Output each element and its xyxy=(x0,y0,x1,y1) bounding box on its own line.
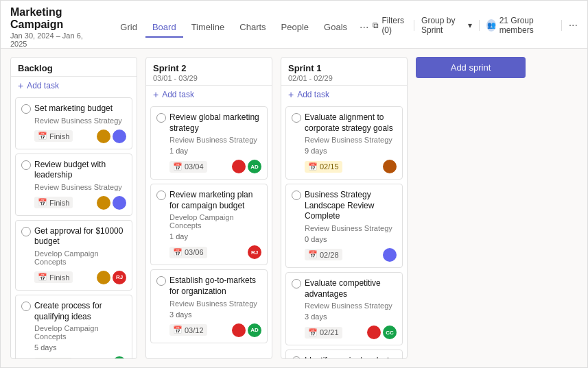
plus-icon: + xyxy=(18,80,23,91)
card-status-circle xyxy=(21,227,31,236)
column-sprint2: Sprint 2 03/01 - 03/29 + Add task Review… xyxy=(145,57,272,359)
card-review-global-strategy[interactable]: Review global marketing strategy Review … xyxy=(150,106,268,180)
avatar2: RJ xyxy=(113,271,126,284)
card-footer: 📅 Finish xyxy=(21,130,126,143)
date-badge: 📅 03/06 xyxy=(169,247,207,258)
card-status-circle xyxy=(21,302,31,311)
plus-icon: + xyxy=(153,89,158,100)
avatar: RJ xyxy=(248,245,261,259)
nav-more-icon[interactable]: ··· xyxy=(355,17,373,38)
calendar-icon: 📅 xyxy=(173,162,183,171)
card-title: Business Strategy Landscape Review Compl… xyxy=(305,190,397,222)
card-meta: 0 days xyxy=(292,235,397,243)
avatar-initials: CC xyxy=(386,330,394,336)
card-status-circle xyxy=(292,279,301,289)
tab-timeline[interactable]: Timeline xyxy=(185,18,232,38)
sprint1-cards: Evaluate alignment to corporate strategy… xyxy=(281,103,407,358)
sprint1-add-task-button[interactable]: + Add task xyxy=(281,85,407,103)
card-business-strategy-landscape[interactable]: Business Strategy Landscape Review Compl… xyxy=(285,184,403,268)
card-subtitle: Develop Campaign Concepts xyxy=(156,213,261,230)
header-more-icon[interactable]: ··· xyxy=(569,19,578,32)
divider3 xyxy=(561,20,562,31)
card-title-row: Business Strategy Landscape Review Compl… xyxy=(292,190,397,222)
backlog-add-task-button[interactable]: + Add task xyxy=(11,76,137,95)
sprint2-add-task-label: Add task xyxy=(162,90,194,99)
card-evaluate-competitive[interactable]: Evaluate competitive advantages Review B… xyxy=(285,272,403,345)
column-sprint2-header: Sprint 2 03/01 - 03/29 xyxy=(146,58,272,85)
card-subtitle: Review Business Strategy xyxy=(21,183,126,191)
members-button[interactable]: 👥 21 Group members xyxy=(486,16,554,35)
members-label: 21 Group members xyxy=(499,16,554,35)
column-backlog-title: Backlog xyxy=(18,63,130,73)
date-badge: 📅 03/04 xyxy=(169,161,207,173)
card-subtitle: Review Business Strategy xyxy=(292,224,397,232)
filters-button[interactable]: ⧉ Filters (0) xyxy=(373,16,407,35)
card-get-approval-budget[interactable]: Get approval for $10000 budget Develop C… xyxy=(15,220,132,291)
card-create-qualifying-process[interactable]: Create process for qualifying ideas Deve… xyxy=(15,295,132,358)
divider xyxy=(414,20,414,31)
avatar xyxy=(232,160,246,173)
avatar2: AD xyxy=(248,323,261,337)
app-title: Marketing Campaign xyxy=(10,6,99,31)
card-subtitle: Develop Campaign Concepts xyxy=(21,249,126,266)
card-review-marketing-plan[interactable]: Review marketing plan for campaign budge… xyxy=(150,184,268,265)
tab-people[interactable]: People xyxy=(274,18,316,38)
avatar2: AD xyxy=(248,160,261,173)
calendar-icon: 📅 xyxy=(173,326,183,334)
chevron-down-icon: ▾ xyxy=(468,21,472,30)
calendar-icon: 📅 xyxy=(38,132,47,140)
card-evaluate-alignment[interactable]: Evaluate alignment to corporate strategy… xyxy=(285,106,403,180)
card-footer: 📅 02/15 xyxy=(292,160,397,173)
card-set-marketing-budget[interactable]: Set marketing budget Review Business Str… xyxy=(15,97,132,149)
header: Marketing Campaign Jan 30, 2024 – Jan 6,… xyxy=(1,1,587,49)
card-identify-service-gaps[interactable]: Identify service/product gaps and opport… xyxy=(285,349,403,358)
avatar2 xyxy=(113,196,126,210)
card-title-row: Get approval for $10000 budget xyxy=(21,226,126,247)
card-subtitle: Review Business Strategy xyxy=(156,136,261,144)
card-status-circle xyxy=(21,104,31,114)
card-title: Review global marketing strategy xyxy=(169,112,261,134)
calendar-icon: 📅 xyxy=(38,198,47,207)
date-label: Finish xyxy=(49,273,69,282)
column-backlog-header: Backlog xyxy=(11,58,137,76)
card-meta: 3 days xyxy=(156,310,261,319)
date-badge-warning: 📅 02/15 xyxy=(305,161,342,173)
column-sprint2-title: Sprint 2 xyxy=(153,63,265,73)
card-meta: 1 day xyxy=(156,232,261,241)
card-title-row: Identify service/product gaps and opport… xyxy=(292,356,397,358)
card-subtitle: Review Business Strategy xyxy=(21,116,126,125)
avatar2: CC xyxy=(383,326,397,339)
sprint2-add-task-button[interactable]: + Add task xyxy=(146,85,272,103)
column-sprint1-date: 02/01 - 02/29 xyxy=(288,74,400,82)
card-meta: 1 day xyxy=(156,147,261,155)
card-title-row: Set marketing budget xyxy=(21,103,126,114)
card-title: Review marketing plan for campaign budge… xyxy=(169,190,261,211)
card-establish-go-to-markets[interactable]: Establish go-to-markets for organization… xyxy=(150,269,268,343)
group-by-button[interactable]: Group by Sprint ▾ xyxy=(421,16,472,35)
group-label: Group by Sprint xyxy=(421,16,465,35)
tab-charts[interactable]: Charts xyxy=(233,18,272,38)
card-title-row: Review budget with leadership xyxy=(21,160,126,181)
calendar-icon: 📅 xyxy=(308,328,318,337)
avatar xyxy=(367,326,381,339)
add-sprint-button[interactable]: Add sprint xyxy=(416,57,526,78)
avatar xyxy=(97,196,110,210)
card-meta: 3 days xyxy=(292,312,397,321)
date-badge: 📅 Finish xyxy=(34,197,73,208)
nav-tabs: Grid Board Timeline Charts People Goals … xyxy=(113,17,373,38)
column-sprint1-header: Sprint 1 02/01 - 02/29 xyxy=(281,58,407,85)
tab-goals[interactable]: Goals xyxy=(317,18,354,38)
date-badge: 📅 02/21 xyxy=(305,327,342,339)
card-status-circle xyxy=(21,160,31,170)
backlog-add-task-label: Add task xyxy=(27,81,59,90)
card-status-circle xyxy=(156,191,166,200)
tab-board[interactable]: Board xyxy=(145,18,183,38)
board-area: Backlog + Add task Set marketing budget … xyxy=(1,49,587,367)
date-badge: 📅 03/12 xyxy=(169,324,207,336)
members-icon: 👥 xyxy=(486,19,496,32)
plus-icon: + xyxy=(288,89,294,100)
filters-label: Filters (0) xyxy=(381,16,407,35)
tab-grid[interactable]: Grid xyxy=(113,18,144,38)
card-review-budget-leadership[interactable]: Review budget with leadership Review Bus… xyxy=(15,154,132,216)
date-label: Finish xyxy=(49,132,69,140)
